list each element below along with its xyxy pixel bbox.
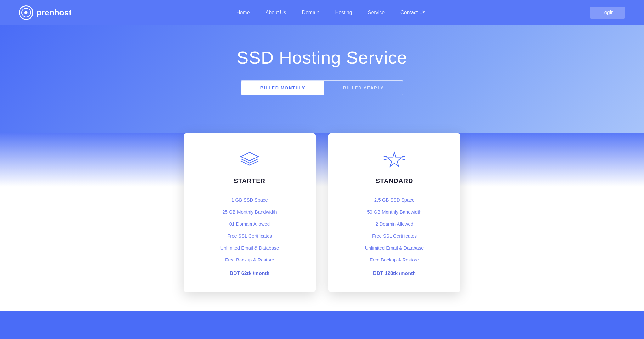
nav-hosting[interactable]: Hosting <box>335 10 352 15</box>
starter-feature-2: 25 GB Monthly Bandwidth <box>196 206 303 218</box>
standard-features: 2.5 GB SSD Space 50 GB Monthly Bandwidth… <box>341 194 448 279</box>
hero-title: SSD Hosting Service <box>6 47 638 68</box>
starter-card: STARTER 1 GB SSD Space 25 GB Monthly Ban… <box>184 133 316 292</box>
standard-card: STANDARD 2.5 GB SSD Space 50 GB Monthly … <box>328 133 460 292</box>
standard-feature-4: Free SSL Certificates <box>341 230 448 242</box>
standard-feature-3: 2 Doamin Allowed <box>341 218 448 230</box>
hero-section: SSD Hosting Service BILLED MONTHLY BILLE… <box>0 25 644 133</box>
standard-feature-1: 2.5 GB SSD Space <box>341 194 448 206</box>
standard-feature-2: 50 GB Monthly Bandwidth <box>341 206 448 218</box>
svg-marker-2 <box>241 152 258 161</box>
standard-icon <box>383 149 405 171</box>
standard-price: BDT 128tk /month <box>341 266 448 279</box>
starter-price: BDT 62tk /month <box>196 266 303 279</box>
standard-feature-6: Free Backup & Restore <box>341 254 448 266</box>
nav-home[interactable]: Home <box>236 10 250 15</box>
nav-domain[interactable]: Domain <box>302 10 319 15</box>
starter-feature-4: Free SSL Certificates <box>196 230 303 242</box>
logo-icon: dh <box>19 5 33 20</box>
starter-icon <box>239 149 261 171</box>
standard-feature-5: Unlimited Email & Database <box>341 242 448 254</box>
billing-toggle: BILLED MONTHLY BILLED YEARLY <box>241 80 404 95</box>
starter-feature-6: Free Backup & Restore <box>196 254 303 266</box>
starter-feature-1: 1 GB SSD Space <box>196 194 303 206</box>
standard-title: STANDARD <box>376 177 413 185</box>
nav-about[interactable]: About Us <box>266 10 286 15</box>
billing-monthly-button[interactable]: BILLED MONTHLY <box>241 81 324 95</box>
starter-feature-5: Unlimited Email & Database <box>196 242 303 254</box>
logo-text: prenhost <box>37 8 71 18</box>
nav-contact[interactable]: Contact Us <box>400 10 425 15</box>
pricing-cards-section: STARTER 1 GB SSD Space 25 GB Monthly Ban… <box>0 133 644 311</box>
nav-service[interactable]: Service <box>368 10 385 15</box>
login-button[interactable]: Login <box>590 7 625 19</box>
starter-title: STARTER <box>234 177 265 185</box>
svg-marker-3 <box>387 152 402 167</box>
main-nav: Home About Us Domain Hosting Service Con… <box>236 10 425 15</box>
starter-features: 1 GB SSD Space 25 GB Monthly Bandwidth 0… <box>196 194 303 279</box>
logo[interactable]: dh prenhost <box>19 5 71 20</box>
starter-feature-3: 01 Domain Allowed <box>196 218 303 230</box>
billing-yearly-button[interactable]: BILLED YEARLY <box>324 81 403 95</box>
svg-text:dh: dh <box>24 10 29 15</box>
